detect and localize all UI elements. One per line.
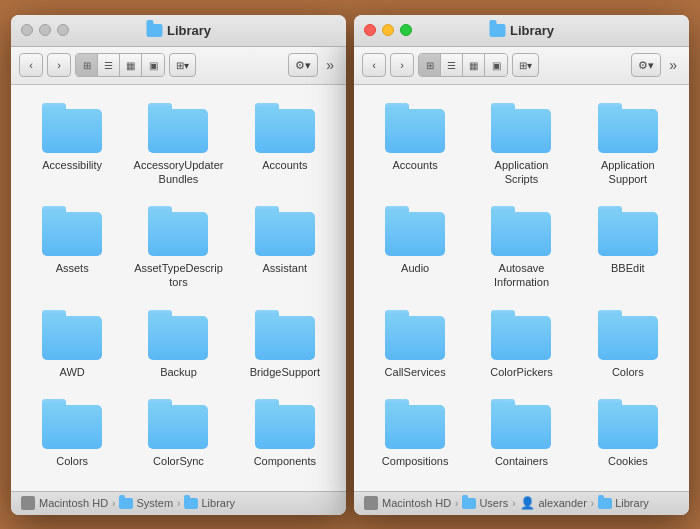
folder-label-ApplicationSupport: Application Support (583, 158, 673, 187)
folder-Assets[interactable]: Assets (21, 198, 123, 298)
folder-label-Compositions: Compositions (382, 454, 449, 468)
folder-icon-Cookies (598, 399, 658, 449)
folder-icon-AssetTypeDescriptors (148, 206, 208, 256)
folder-label-ColorPickers: ColorPickers (490, 365, 552, 379)
folder-label-CallServices: CallServices (385, 365, 446, 379)
column-view-right[interactable]: ▦ (463, 54, 485, 76)
folder-label-Accounts-right: Accounts (393, 158, 438, 172)
folder-Colors-left[interactable]: Colors (21, 391, 123, 476)
content-right: Accounts Application Scripts Application… (354, 85, 689, 491)
action-button-right[interactable]: ⚙▾ (631, 53, 661, 77)
sep1-right: › (455, 498, 458, 509)
back-button-right[interactable]: ‹ (362, 53, 386, 77)
folder-ApplicationSupport[interactable]: Application Support (577, 95, 679, 195)
folder-BBEdit[interactable]: BBEdit (577, 198, 679, 298)
folder-Accessibility[interactable]: Accessibility (21, 95, 123, 195)
folder-AutosaveInformation[interactable]: Autosave Information (470, 198, 572, 298)
folder-icon-ColorPickers (491, 310, 551, 360)
minimize-button-left[interactable] (39, 24, 51, 36)
group-view-right[interactable]: ⊞▾ (512, 53, 539, 77)
folder-icon-AWD (42, 310, 102, 360)
folder-icon-Accounts-left (255, 103, 315, 153)
breadcrumb-system-left: System (119, 497, 173, 509)
title-folder-icon-left (146, 24, 162, 37)
breadcrumb-hd-right: Macintosh HD (382, 497, 451, 509)
maximize-button-right[interactable] (400, 24, 412, 36)
breadcrumb-library-left: Library (184, 497, 235, 509)
cover-view-left[interactable]: ▣ (142, 54, 164, 76)
sep2-left: › (177, 498, 180, 509)
folder-Colors-right[interactable]: Colors (577, 302, 679, 387)
sep1-left: › (112, 498, 115, 509)
folder-icon-Colors-left (42, 399, 102, 449)
breadcrumb-users-label-right: Users (479, 497, 508, 509)
folder-label-BBEdit: BBEdit (611, 261, 645, 275)
folder-grid-right: Accounts Application Scripts Application… (364, 95, 679, 477)
folder-ColorPickers[interactable]: ColorPickers (470, 302, 572, 387)
breadcrumb-library-label-left: Library (201, 497, 235, 509)
folder-icon-CallServices (385, 310, 445, 360)
system-folder-icon-left (119, 498, 133, 509)
folder-icon-ApplicationSupport (598, 103, 658, 153)
action-button-left[interactable]: ⚙▾ (288, 53, 318, 77)
icon-view-right[interactable]: ⊞ (419, 54, 441, 76)
folder-Accounts-right[interactable]: Accounts (364, 95, 466, 195)
folder-label-ColorSync: ColorSync (153, 454, 204, 468)
group-view-left[interactable]: ⊞▾ (169, 53, 196, 77)
title-text-right: Library (510, 23, 554, 38)
title-text-left: Library (167, 23, 211, 38)
folder-label-Components: Components (254, 454, 316, 468)
folder-ApplicationScripts[interactable]: Application Scripts (470, 95, 572, 195)
close-button-right[interactable] (364, 24, 376, 36)
folder-Components[interactable]: Components (234, 391, 336, 476)
title-folder-icon-right (489, 24, 505, 37)
title-bar-left: Library (11, 15, 346, 47)
folder-Containers[interactable]: Containers (470, 391, 572, 476)
status-bar-right: Macintosh HD › Users › 👤 alexander › Lib… (354, 491, 689, 515)
breadcrumb-system-label-left: System (136, 497, 173, 509)
folder-icon-Assets (42, 206, 102, 256)
folder-ColorSync[interactable]: ColorSync (127, 391, 229, 476)
more-button-left[interactable]: » (322, 57, 338, 73)
folder-Accounts-left[interactable]: Accounts (234, 95, 336, 195)
breadcrumb-library-label-right: Library (615, 497, 649, 509)
column-view-left[interactable]: ▦ (120, 54, 142, 76)
cover-view-right[interactable]: ▣ (485, 54, 507, 76)
content-left: Accessibility AccessoryUpdaterBundles Ac… (11, 85, 346, 491)
folder-grid-left: Accessibility AccessoryUpdaterBundles Ac… (21, 95, 336, 477)
folder-AccessoryUpdaterBundles[interactable]: AccessoryUpdaterBundles (127, 95, 229, 195)
folder-Assistant[interactable]: Assistant (234, 198, 336, 298)
folder-icon-BBEdit (598, 206, 658, 256)
folder-icon-Accessibility (42, 103, 102, 153)
icon-view-left[interactable]: ⊞ (76, 54, 98, 76)
user-icon-right: 👤 (520, 496, 535, 510)
list-view-left[interactable]: ☰ (98, 54, 120, 76)
folder-CallServices[interactable]: CallServices (364, 302, 466, 387)
folder-AWD[interactable]: AWD (21, 302, 123, 387)
status-bar-left: Macintosh HD › System › Library (11, 491, 346, 515)
sep2-right: › (512, 498, 515, 509)
forward-button-right[interactable]: › (390, 53, 414, 77)
folder-Cookies[interactable]: Cookies (577, 391, 679, 476)
list-view-right[interactable]: ☰ (441, 54, 463, 76)
folder-label-Assets: Assets (56, 261, 89, 275)
view-mode-group-left: ⊞ ☰ ▦ ▣ (75, 53, 165, 77)
maximize-button-left[interactable] (57, 24, 69, 36)
folder-icon-ColorSync (148, 399, 208, 449)
close-button-left[interactable] (21, 24, 33, 36)
library-folder-icon-left (184, 498, 198, 509)
window-title-right: Library (489, 23, 554, 38)
folder-Audio[interactable]: Audio (364, 198, 466, 298)
minimize-button-right[interactable] (382, 24, 394, 36)
folder-AssetTypeDescriptors[interactable]: AssetTypeDescriptors (127, 198, 229, 298)
back-button-left[interactable]: ‹ (19, 53, 43, 77)
folder-label-Colors-left: Colors (56, 454, 88, 468)
folder-Compositions[interactable]: Compositions (364, 391, 466, 476)
folder-label-Accounts-left: Accounts (262, 158, 307, 172)
folder-label-AssetTypeDescriptors: AssetTypeDescriptors (133, 261, 223, 290)
more-button-right[interactable]: » (665, 57, 681, 73)
folder-Backup[interactable]: Backup (127, 302, 229, 387)
forward-button-left[interactable]: › (47, 53, 71, 77)
title-bar-right: Library (354, 15, 689, 47)
folder-BridgeSupport[interactable]: BridgeSupport (234, 302, 336, 387)
